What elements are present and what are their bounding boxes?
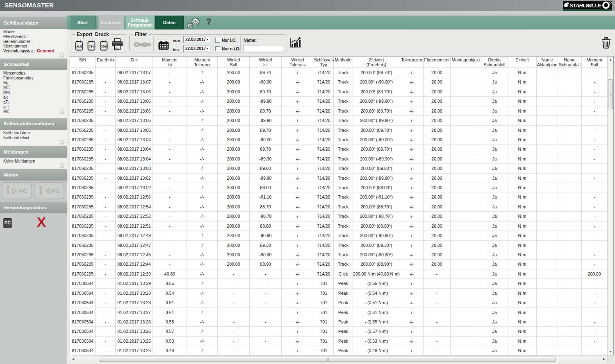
section-expander-icon[interactable] [60,53,64,57]
column-header[interactable]: Montageobjekt [451,57,481,68]
table-cell: - [582,87,607,96]
print-button[interactable] [111,38,123,51]
nur-io-checkbox[interactable] [215,38,220,43]
date-to-select[interactable]: 22.03.2017▼ [183,45,210,52]
table-cell: 701 [314,298,334,307]
column-header[interactable]: Fügemoment [424,57,451,68]
table-cell: 08.02.2017 12:52 [116,212,153,221]
table-row[interactable]: 817030504-01.02.2017 13:260.57-/----/-70… [70,327,607,336]
table-row[interactable]: 817060235-08.02.2017 13:05--/-200.00-89.… [70,116,607,125]
table-row[interactable]: 817060235-08.02.2017 13:04--/-200.00-90.… [70,135,607,145]
table-cell: - [582,231,607,240]
nur-nio-checkbox[interactable] [215,46,220,51]
scroll-down-arrow[interactable]: ▼ [608,348,613,355]
table-cell: 20.00 [424,183,451,192]
column-header[interactable]: Name Ablaufplan [537,57,558,68]
table-row[interactable]: 817030504-01.02.2017 13:280.51-/----/-70… [70,298,607,307]
table-row[interactable]: 817060235-08.02.2017 12:47--/-200.0089.3… [70,241,607,250]
scroll-up-arrow[interactable]: ▲ [608,57,613,63]
table-row[interactable]: 817060235-08.02.2017 13:05--/-200.0089.7… [70,126,607,135]
table-row[interactable]: 817060235-08.02.2017 13:06--/-200.00-89.… [70,97,607,106]
table-row[interactable]: 817030504-01.02.2017 13:250.48-/----/-70… [70,346,607,355]
table-row[interactable]: 817060235-08.02.2017 13:04--/-200.0089.7… [70,145,607,154]
send-to-pc-button[interactable]: PC [2,182,32,199]
scroll-right-arrow[interactable]: ▶ [601,356,607,362]
column-header[interactable]: Winkel Soll [218,57,250,68]
export-xls-button[interactable]: XLS [75,40,83,51]
export-csv-button[interactable]: CSV [87,40,96,51]
table-cell: 817030504 [70,317,96,326]
date-from-select[interactable]: 22.03.2017▼ [183,36,210,43]
table-row[interactable]: 817060235-08.02.2017 13:02--/-200.00-89.… [70,174,607,183]
horizontal-scroll-thumb[interactable]: ||| [99,357,556,362]
sidebar-label: Keine Meldungen [0,159,67,164]
table-row[interactable]: 817030504-01.02.2017 13:290.55-/----/-70… [70,279,607,288]
name-input[interactable] [243,45,283,51]
section-expander-icon[interactable] [60,140,64,145]
table-cell: 200.00° (-91.10°) [353,192,400,201]
column-header[interactable]: Zielwert (Ergebnis) [353,57,400,68]
table-cell: 0.55 [153,279,187,288]
table-cell: 200.00° (88.70°) [353,202,400,211]
table-row[interactable]: 817060235-08.02.2017 12:49--/-200.00-90.… [70,231,607,240]
tab-start[interactable]: Start [70,16,96,29]
scroll-left-arrow[interactable]: ◀ [70,356,76,362]
table-row[interactable]: 817060235-08.02.2017 13:06--/-200.0089.7… [70,106,607,116]
export-ods-button[interactable]: ODS [100,40,108,51]
column-header[interactable]: Name Schraubfall [558,57,582,68]
column-header[interactable]: Toleranzen [400,57,424,68]
tab-schluessel[interactable]: Schlüssel [98,16,124,29]
table-cell: 01.02.2017 13:29 [116,279,153,288]
tab-schraub-programme[interactable]: Schraub- Programme [126,16,155,29]
table-cell: 714/20 [314,116,334,125]
table-row[interactable]: 817060235-08.02.2017 13:03--/-200.0089.8… [70,164,607,173]
column-header[interactable]: Moment Ist [153,57,187,68]
column-header[interactable]: Einheit [508,57,537,68]
column-header[interactable]: Winkel Toleranz [282,57,314,68]
table-row[interactable]: 817060235-08.02.2017 12:52--/-200.00-90.… [70,212,607,221]
vertical-scrollbar[interactable]: ▲ ≡ ▼ [607,57,613,355]
chart-button[interactable] [289,36,301,48]
column-header[interactable]: Moment Toleranz [187,57,218,68]
section-expander-icon[interactable] [60,109,64,114]
column-header[interactable]: Zeit [116,57,153,68]
column-header[interactable]: Ergebnis [96,57,116,68]
tab-daten[interactable]: Daten [155,16,184,29]
trash-icon[interactable] [601,37,611,49]
table-row[interactable]: 817060235-08.02.2017 12:45--/-200.00-90.… [70,250,607,260]
table-row[interactable]: 817060235-08.02.2017 12:54--/-200.0088.7… [70,202,607,212]
settings-gear-icon[interactable] [186,17,201,29]
table-row[interactable]: 817060235-08.02.2017 13:06--/-200.0089.7… [70,87,607,97]
table-row[interactable]: 817030504-01.02.2017 13:270.61-/----/-70… [70,308,607,317]
table-row[interactable]: 817030504-01.02.2017 13:280.54-/----/-70… [70,289,607,298]
table-cell [451,183,481,192]
column-header[interactable]: Moment Soll [582,57,607,68]
table-row[interactable]: 817060235-08.02.2017 12:51--/-200.0088.8… [70,222,607,231]
table-row[interactable]: 817030504-01.02.2017 13:260.55-/----/-70… [70,317,607,327]
column-header[interactable]: Direkt- Schraubfall [481,57,508,68]
table-cell [451,289,481,298]
table-row[interactable]: 817060235-08.02.2017 12:44--/-200.0088.9… [70,260,607,269]
table-row[interactable]: 817060235-08.02.2017 12:3940.80-/----/-7… [70,269,607,279]
table-row[interactable]: 817060235-08.02.2017 12:56--/-200.00-91.… [70,192,607,202]
table-row[interactable]: 817060235-08.02.2017 13:04--/-200.00-89.… [70,154,607,164]
filter-panel: Filter von bis 22.03.2017▼ 22.03.2017▼ [129,34,287,52]
table-row[interactable]: 817060235-08.02.2017 13:07--/-200.00-90.… [70,77,607,87]
column-header[interactable]: S/N [70,57,96,68]
column-header[interactable]: Schlüssel- Typ [314,57,334,68]
column-header[interactable]: Methode [334,57,353,68]
sidebar-label: M+: [0,90,67,95]
table-row[interactable]: 817060235-08.02.2017 13:02--/-200.0089.0… [70,183,607,192]
table-row[interactable]: 817030504-01.02.2017 13:250.53-/----/-70… [70,337,607,346]
chevron-down-icon: ▼ [206,47,209,50]
help-icon[interactable]: ? [204,16,214,29]
calendar-icon[interactable] [158,41,169,50]
table-row[interactable]: 817060235-08.02.2017 13:07--/-200.0089.7… [70,68,607,77]
receive-from-pc-button[interactable]: PC [34,182,64,199]
section-expander-icon[interactable] [60,163,64,168]
column-header[interactable]: Winkel Ist [250,57,282,68]
table-cell [451,77,481,86]
horizontal-scrollbar[interactable]: ◀ ||| ▶ [70,356,608,362]
vertical-scroll-thumb[interactable]: ≡ [608,79,613,109]
table-cell: - [582,289,607,298]
